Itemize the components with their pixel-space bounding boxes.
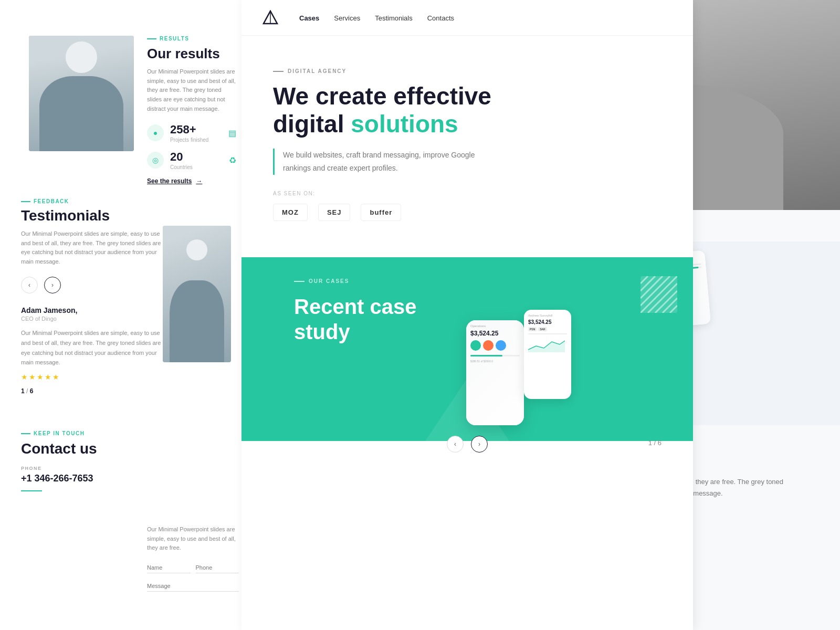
- keep-in-touch-tag: KEEP IN TOUCH: [21, 430, 231, 436]
- results-section: RESULTS Our results Our Minimal Powerpoi…: [147, 36, 236, 185]
- stat-1-number: 258+: [170, 123, 208, 136]
- name-field: [147, 562, 191, 573]
- case-tag: OUR CASES: [294, 278, 349, 284]
- hero-desc: We build websites, craft brand messaging…: [273, 149, 504, 175]
- testimonial-card: Adam Jameson, CEO of Dingo Our Minimal P…: [21, 306, 168, 381]
- phone2-amount: $3,524.25: [528, 319, 567, 325]
- results-tag: RESULTS: [147, 36, 236, 41]
- prev-testimonial-button[interactable]: ‹: [21, 277, 38, 293]
- contact-section: KEEP IN TOUCH Contact us PHONE +1 346-26…: [21, 430, 231, 491]
- case-counter: 1 / 6: [648, 439, 662, 447]
- left-person-image: [29, 36, 134, 151]
- chip-orange: [483, 340, 494, 351]
- case-current: 1: [648, 439, 652, 447]
- testimonials-title: Testimonials: [21, 207, 168, 224]
- hero-tag: DIGITAL AGENCY: [273, 68, 504, 74]
- as-seen-label: AS SEEN ON:: [273, 191, 504, 196]
- testimonial-name: Adam Jameson,: [21, 306, 168, 314]
- phone-header-text: Operations: [470, 324, 520, 328]
- results-title: Our results: [147, 46, 236, 62]
- app-container: RESULTS Our results Our Minimal Powerpoi…: [0, 0, 840, 630]
- case-study-section: OUR CASES Recent case study: [242, 257, 693, 441]
- phone2-label1: PSN: [528, 327, 537, 331]
- see-results-button[interactable]: See the results →: [147, 177, 236, 185]
- testimonial-role: CEO of Dingo: [21, 316, 168, 322]
- stat-1-content: 258+ Projects finished: [170, 123, 208, 143]
- hero-title: We create effective digital solutions: [273, 82, 504, 138]
- form-desc: Our Minimal Powerpoint slides are simple…: [147, 525, 239, 553]
- svg-marker-12: [528, 341, 565, 352]
- phone-progress-bar: [470, 355, 520, 356]
- case-next-button[interactable]: ›: [471, 436, 488, 453]
- testimonial-text: Our Minimal Powerpoint slides are simple…: [21, 328, 168, 368]
- phone-number: +1 346-266-7653: [21, 473, 231, 484]
- phone-frame-1: Operations $3,524.25 $186.51 of $2000.0: [466, 320, 524, 425]
- title-line2: digital: [273, 110, 351, 138]
- phone-field: [196, 562, 239, 573]
- stat-2-content: 20 Countries: [170, 150, 193, 170]
- case-title-l1: Recent case: [294, 295, 416, 318]
- nav-testimonials[interactable]: Testimonials: [375, 14, 413, 22]
- brand-moz: MOZ: [273, 204, 308, 221]
- contact-title: Contact us: [21, 440, 231, 457]
- case-prev-button[interactable]: ‹: [447, 436, 464, 453]
- stat-icon-1: ●: [147, 124, 164, 141]
- logo-icon: [262, 10, 278, 26]
- stat-icon-2: ◎: [147, 152, 164, 169]
- title-line1: We create effective: [273, 82, 491, 110]
- nav-services[interactable]: Services: [334, 14, 360, 22]
- testimonial-nav: ‹ ›: [21, 277, 168, 293]
- title-highlight: solutions: [351, 110, 458, 138]
- brand-sej: SEJ: [318, 204, 351, 221]
- stat-1-label: Projects finished: [170, 137, 208, 143]
- stripe-decoration: [640, 276, 677, 315]
- logo: [262, 10, 278, 26]
- phone-footer-text: $186.51 of $2000.0: [470, 360, 520, 363]
- stat-2-label: Countries: [170, 164, 193, 170]
- stat-2-right-icon: ♻: [229, 155, 236, 165]
- case-total: 6: [658, 439, 662, 447]
- contact-form-partial: Our Minimal Powerpoint slides are simple…: [147, 525, 239, 592]
- stat-item-2: ◎ 20 Countries ♻: [147, 150, 236, 170]
- phone-label: PHONE: [21, 466, 231, 471]
- chip-green: [470, 340, 481, 351]
- testimonial-counter: 1 / 6: [21, 387, 168, 395]
- body-shape: [39, 76, 123, 151]
- message-input[interactable]: [147, 581, 239, 592]
- chip-blue: [496, 340, 506, 351]
- case-study-nav: ‹ ›: [447, 436, 488, 453]
- form-row-1: [147, 562, 239, 573]
- stat-1-right-icon: ▤: [228, 128, 236, 138]
- phone2-header: Andrew Sunnyhill: [528, 314, 567, 317]
- testimonial-person-photo: [163, 226, 231, 362]
- testimonials-section: FEEDBACK Testimonials Our Minimal Powerp…: [21, 198, 168, 395]
- feedback-tag: FEEDBACK: [21, 198, 168, 204]
- navbar: Cases Services Testimonials Contacts: [242, 0, 693, 36]
- nav-cases[interactable]: Cases: [299, 14, 319, 22]
- hero-section: DIGITAL AGENCY We create effective digit…: [273, 68, 504, 221]
- phone2-label2: SAR: [538, 327, 547, 331]
- nav-contacts[interactable]: Contacts: [427, 14, 454, 22]
- brand-logos: MOZ SEJ buffer: [273, 204, 504, 221]
- results-desc: Our Minimal Powerpoint slides are simple…: [147, 67, 236, 113]
- case-title: Recent case study: [294, 294, 416, 344]
- see-results-label: See the results: [147, 177, 192, 185]
- phone2-chart: [528, 337, 565, 352]
- phone-input[interactable]: [196, 562, 239, 573]
- phone-amount: $3,524.25: [470, 330, 520, 337]
- phone-chips: [470, 340, 520, 351]
- phone-screen: Operations $3,524.25 $186.51 of $2000.0: [466, 320, 524, 425]
- message-field: [147, 581, 239, 592]
- phone-frame-2: Andrew Sunnyhill $3,524.25 PSN SAR: [524, 310, 571, 399]
- arrow-icon: →: [196, 177, 202, 185]
- panel-left: RESULTS Our results Our Minimal Powerpoi…: [0, 0, 242, 630]
- testimonials-desc: Our Minimal Powerpoint slides are simple…: [21, 229, 168, 266]
- stat-2-number: 20: [170, 150, 193, 164]
- next-testimonial-button[interactable]: ›: [44, 277, 61, 293]
- phone2-labels: PSN SAR: [528, 327, 567, 331]
- brand-buffer: buffer: [361, 204, 401, 221]
- name-input[interactable]: [147, 562, 191, 573]
- phone2-bar: [528, 333, 567, 334]
- stat-item-1: ● 258+ Projects finished ▤: [147, 123, 236, 143]
- nav-links: Cases Services Testimonials Contacts: [299, 13, 454, 23]
